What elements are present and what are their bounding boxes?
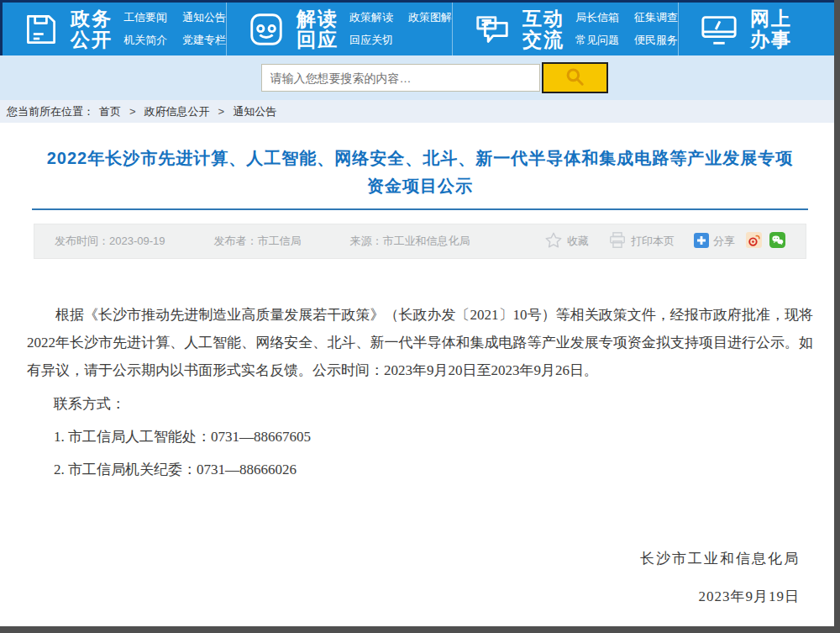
top-navigation-bar: 政务 公开 工信要闻 通知公告 机关简介 党建专栏 解读 bbox=[0, 0, 840, 55]
breadcrumb-separator: > bbox=[218, 105, 225, 118]
nav-section-zhengwu-gongkai[interactable]: 政务 公开 工信要闻 通知公告 机关简介 党建专栏 bbox=[3, 3, 226, 55]
breadcrumb-prefix: 您当前所在位置： bbox=[7, 104, 94, 119]
window-frame-right bbox=[834, 0, 840, 633]
nav-link-tongzhi-gonggao[interactable]: 通知公告 bbox=[182, 10, 226, 25]
search-box bbox=[261, 62, 608, 93]
signature-org: 长沙市工业和信息化局 bbox=[25, 549, 800, 568]
search-input[interactable] bbox=[261, 64, 540, 92]
nav-link-huiying-guanqie[interactable]: 回应关切 bbox=[349, 33, 393, 48]
share-plus-icon bbox=[694, 233, 709, 251]
search-strip bbox=[0, 55, 840, 100]
nav-link-gongxin-yaowen[interactable]: 工信要闻 bbox=[123, 10, 167, 25]
browser-page: 政务 公开 工信要闻 通知公告 机关简介 党建专栏 解读 bbox=[0, 0, 840, 633]
disk-icon bbox=[23, 11, 60, 48]
window-frame-bottom bbox=[0, 626, 840, 633]
favorite-button[interactable]: 收藏 bbox=[544, 231, 589, 252]
signature-date: 2023年9月19日 bbox=[25, 587, 800, 606]
contact-line-ai-office: 1. 市工信局人工智能处：0731—88667605 bbox=[25, 427, 815, 447]
publish-time: 发布时间：2023-09-19 bbox=[55, 234, 165, 249]
nav-title: 网上 办事 bbox=[750, 8, 792, 50]
search-button[interactable] bbox=[542, 62, 608, 93]
print-button[interactable]: 打印本页 bbox=[608, 231, 675, 252]
wechat-share-button[interactable] bbox=[769, 232, 785, 251]
publisher: 发布者：市工信局 bbox=[214, 234, 302, 249]
nav-title: 解读 回应 bbox=[297, 8, 339, 50]
article-meta-bar: 发布时间：2023-09-19 发布者：市工信局 来源：市工业和信息化局 收藏 bbox=[34, 224, 806, 259]
breadcrumb-separator: > bbox=[129, 105, 136, 118]
page-title: 2022年长沙市先进计算、人工智能、网络安全、北斗、新一代半导体和集成电路等产业… bbox=[45, 145, 795, 200]
breadcrumb-notices[interactable]: 通知公告 bbox=[233, 104, 276, 119]
article-paragraph: 根据《长沙市推动先进制造业高质量发展若干政策》（长政办发〔2021〕10号）等相… bbox=[27, 301, 813, 384]
nav-section-hudong-jiaoliu[interactable]: 互动 交流 局长信箱 征集调查 常见问题 便民服务 bbox=[452, 3, 678, 55]
nav-section-wangshang-banshi[interactable]: 网上 办事 bbox=[678, 3, 832, 55]
weibo-share-button[interactable] bbox=[746, 232, 762, 251]
nav-link-zhengji-diaocha[interactable]: 征集调查 bbox=[634, 10, 678, 25]
nav-link-jiguan-jianjie[interactable]: 机关简介 bbox=[123, 33, 167, 48]
nav-title: 政务 公开 bbox=[71, 8, 113, 50]
printer-icon bbox=[608, 231, 627, 252]
nav-links: 局长信箱 征集调查 常见问题 便民服务 bbox=[575, 10, 678, 48]
chat-bubbles-icon bbox=[473, 10, 512, 49]
source: 来源：市工业和信息化局 bbox=[350, 234, 470, 249]
nav-link-dangjian-zhuanlan[interactable]: 党建专栏 bbox=[182, 33, 226, 48]
contact-block: 联系方式： 1. 市工信局人工智能处：0731—88667605 2. 市工信局… bbox=[25, 394, 815, 480]
article-actions: 收藏 打印本页 bbox=[531, 231, 785, 252]
wechat-icon bbox=[769, 232, 785, 251]
nav-links: 政策解读 政策图解 回应关切 bbox=[349, 10, 452, 48]
weibo-icon bbox=[746, 232, 762, 251]
nav-title: 互动 交流 bbox=[522, 8, 564, 50]
share-button[interactable]: 分享 bbox=[694, 233, 735, 251]
nav-link-changjian-wenti[interactable]: 常见问题 bbox=[575, 33, 619, 48]
title-divider bbox=[32, 208, 808, 210]
smiley-icon bbox=[247, 10, 286, 49]
nav-link-zhengce-jiedu[interactable]: 政策解读 bbox=[349, 10, 393, 25]
monitor-icon bbox=[699, 10, 739, 49]
nav-links: 工信要闻 通知公告 机关简介 党建专栏 bbox=[123, 10, 226, 48]
contact-heading: 联系方式： bbox=[25, 394, 815, 414]
breadcrumb-gov-info[interactable]: 政府信息公开 bbox=[144, 104, 210, 119]
signature-block: 长沙市工业和信息化局 2023年9月19日 bbox=[25, 549, 815, 606]
nav-link-juzhang-xinxiang[interactable]: 局长信箱 bbox=[575, 10, 619, 25]
breadcrumb-home[interactable]: 首页 bbox=[99, 104, 121, 119]
search-icon bbox=[564, 66, 585, 91]
star-icon bbox=[544, 231, 563, 252]
contact-line-discipline-committee: 2. 市工信局机关纪委：0731—88666026 bbox=[25, 460, 815, 480]
nav-link-bianmin-fuwu[interactable]: 便民服务 bbox=[634, 33, 678, 48]
nav-link-zhengce-tujie[interactable]: 政策图解 bbox=[408, 10, 452, 25]
breadcrumb: 您当前所在位置： 首页 > 政府信息公开 > 通知公告 bbox=[0, 100, 840, 123]
nav-section-jiedu-huiying[interactable]: 解读 回应 政策解读 政策图解 回应关切 bbox=[226, 3, 452, 55]
article-content: 2022年长沙市先进计算、人工智能、网络安全、北斗、新一代半导体和集成电路等产业… bbox=[0, 145, 840, 606]
